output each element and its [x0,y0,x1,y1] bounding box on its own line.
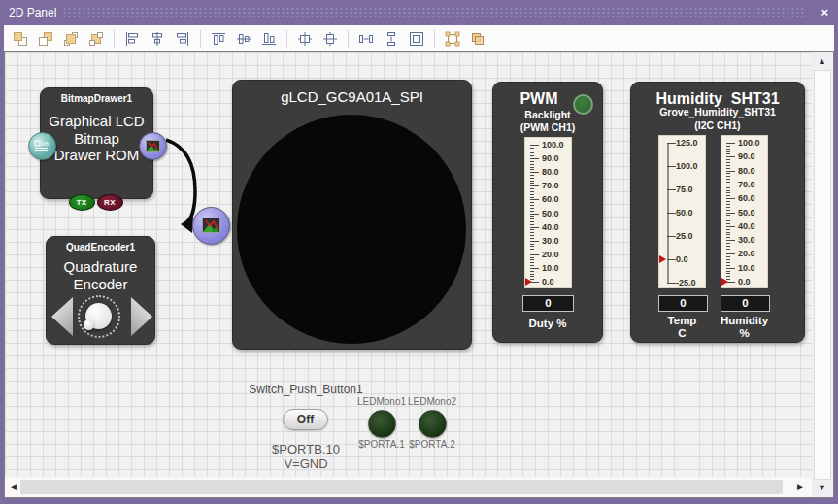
gauge-tick-label: 75.0 [676,185,693,195]
gauge-tick [530,265,534,266]
glcd-screen [237,115,466,344]
gauge-tick [726,165,730,166]
close-icon[interactable]: × [821,5,828,19]
gauge-tick [530,185,539,186]
space-down-icon[interactable] [380,28,403,50]
vertical-scrollbar[interactable]: ▲ ▼ [812,52,833,497]
gauge-tick [667,143,676,144]
gauge-tick [530,216,534,217]
group-icon[interactable] [441,28,464,50]
gauge-tick [530,227,539,228]
gauge-tick [726,259,730,260]
gauge-tick [530,188,534,189]
gauge-tick [726,232,730,233]
scroll-down-icon[interactable]: ▼ [818,484,826,492]
gauge-tick [726,249,730,250]
tx-indicator: TX [69,194,95,211]
pwm-unit-label: Duty % [493,318,602,329]
pwm-subtitle: Backlight [493,109,602,120]
gauge-tick [667,189,676,190]
gauge-tick-label: 80.0 [738,166,755,177]
component-humidity[interactable]: Humidity SHT31 Grove_Humidity_SHT31 (I2C… [630,82,805,343]
space-across-icon[interactable] [354,28,378,50]
gauge-tick [530,145,539,146]
send-backward-icon[interactable] [34,28,57,50]
vertical-scroll-thumb[interactable] [814,70,831,480]
humidity-value[interactable]: 0 [721,295,770,312]
titlebar[interactable]: 2D Panel × [0,0,838,25]
same-size-icon[interactable] [405,28,428,50]
gauge-tick [726,190,730,191]
horizontal-scrollbar[interactable]: ◀ ▶ [5,477,812,497]
temp-value[interactable]: 0 [658,295,708,312]
glcd-image-port[interactable] [192,207,230,245]
gauge-tick [726,268,735,269]
gauge-tick [726,229,730,230]
gauge-tick [530,271,534,272]
bring-to-front-icon[interactable] [59,28,83,50]
align-top-icon[interactable] [207,28,230,50]
gauge-tick [530,254,539,255]
image-icon [202,218,220,233]
scroll-up-icon[interactable]: ▲ [818,57,826,66]
align-center-icon[interactable] [146,28,169,50]
gauge-tick [530,262,534,263]
led1 [368,410,396,438]
gauge-tick-label: 50.0 [542,209,559,219]
gauge-tick [726,192,730,193]
component-bitmap-drawer[interactable]: BitmapDrawer1 Graphical LCD Bitmap Drawe… [40,87,153,199]
encoder-knob-pointer[interactable] [84,319,94,330]
gauge-tick [530,218,534,219]
gauge-tick [530,244,534,245]
scroll-right-icon[interactable]: ▶ [797,483,804,491]
push-button[interactable]: Off [283,409,328,430]
gauge-tick [667,236,676,237]
center-horizontal-icon[interactable] [293,28,317,50]
gauge-tick [726,207,730,208]
gauge-tick [530,164,534,165]
gauge-tick-label: 10.0 [542,263,559,274]
gauge-tick [726,201,730,202]
gauge-tick [726,204,730,205]
gauge-tick [530,199,539,200]
gauge-tick [726,171,735,172]
gauge-tick [530,214,539,215]
pwm-duty-value[interactable]: 0 [522,295,574,312]
gauge-pointer-icon [525,278,532,286]
component-quad-encoder[interactable]: QuadEncoder1 Quadrature Encoder [46,236,155,345]
gauge-tick [530,238,534,239]
align-middle-icon[interactable] [232,28,255,50]
horizontal-scroll-thumb[interactable] [20,480,783,494]
toolbar [4,25,834,51]
gauge-tick-label: 100.0 [676,161,698,172]
ungroup-icon[interactable] [466,28,489,50]
encoder-decrement-arrow-icon[interactable] [51,297,73,336]
text-input-port[interactable]: AB [28,132,56,160]
component-glcd[interactable]: gLCD_GC9A01A_SPI [232,80,472,350]
gauge-tick-label: 20.0 [542,250,559,260]
align-bottom-icon[interactable] [257,28,281,50]
align-left-icon[interactable] [120,28,144,50]
pwm-duty-gauge: 100.090.080.070.060.050.040.030.020.010.… [524,137,572,288]
gauge-tick [530,274,534,275]
gauge-tick [726,265,730,266]
gauge-tick [726,240,735,241]
encoder-increment-arrow-icon[interactable] [131,297,152,336]
gauge-tick-label: 50.0 [676,208,693,218]
bring-forward-icon[interactable] [9,28,32,50]
gauge-tick-label: 10.0 [738,263,755,274]
temp-caption: Temp [658,315,706,326]
gauge-tick [726,168,730,169]
center-vertical-icon[interactable] [318,28,342,50]
send-to-back-icon[interactable] [84,28,108,50]
component-label: Quadrature Encoder [47,258,154,292]
gauge-tick [530,235,534,236]
image-output-port[interactable] [139,132,167,160]
component-pwm[interactable]: PWM Backlight (PWM CH1) 100.090.080.070.… [492,82,603,343]
gauge-tick [530,259,534,260]
panel-canvas[interactable]: BitmapDrawer1 Graphical LCD Bitmap Drawe… [5,52,812,477]
gauge-tick [726,213,735,214]
align-right-icon[interactable] [171,28,194,50]
scroll-left-icon[interactable]: ◀ [10,483,17,491]
push-button-voltage: V=GND [244,456,368,471]
